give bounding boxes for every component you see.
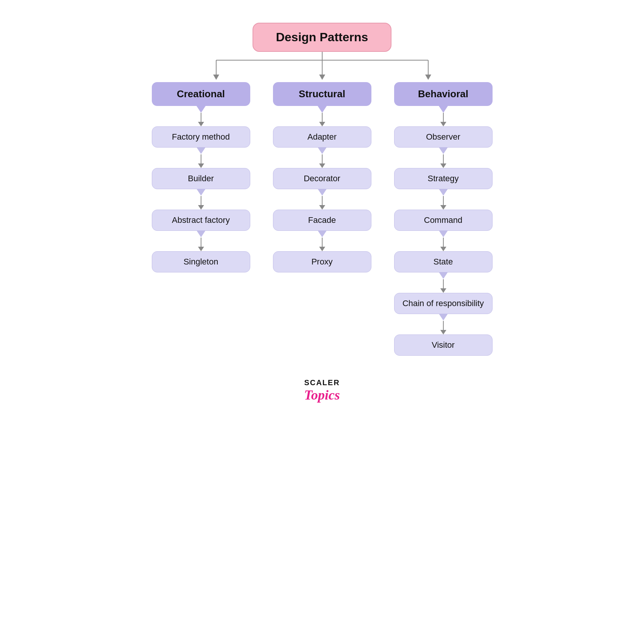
child-chain-of-responsibility: Chain of responsibility [394,293,493,314]
columns-container: Creational Factory method Builder [152,82,493,356]
child-decorator: Decorator [273,168,371,189]
connector [319,113,325,126]
connector [198,113,204,126]
child-factory-method: Factory method [152,126,250,148]
connector [319,238,325,251]
connector [440,196,446,210]
root-label: Design Patterns [276,30,368,44]
footer: SCALER Topics [304,378,340,403]
child-abstract-factory: Abstract factory [152,210,250,231]
child-observer: Observer [394,126,493,148]
child-singleton: Singleton [152,251,250,272]
child-command: Command [394,210,493,231]
category-creational: Creational [152,82,250,106]
root-node: Design Patterns [253,23,392,52]
category-structural: Structural [273,82,371,106]
branch-lines-svg [178,52,466,82]
connector [440,279,446,293]
connector [198,238,204,251]
connector [440,154,446,168]
child-proxy: Proxy [273,251,371,272]
child-strategy: Strategy [394,168,493,189]
connector [198,196,204,210]
connector [319,196,325,210]
connector [440,113,446,126]
column-behavioral: Behavioral Observer Strategy [394,82,493,356]
footer-topics-text: Topics [304,387,340,403]
svg-marker-5 [213,75,219,80]
child-visitor: Visitor [394,334,493,356]
child-state: State [394,251,493,272]
svg-marker-6 [319,75,325,80]
svg-marker-7 [425,75,431,80]
connector [440,238,446,251]
connector [319,154,325,168]
child-builder: Builder [152,168,250,189]
diagram-container: Design Patterns Creational [95,23,549,403]
category-behavioral: Behavioral [394,82,493,106]
child-adapter: Adapter [273,126,371,148]
connector [440,321,446,334]
column-structural: Structural Adapter Decorator [273,82,371,272]
footer-scaler-text: SCALER [304,378,340,387]
connector [198,154,204,168]
column-creational: Creational Factory method Builder [152,82,250,272]
child-facade: Facade [273,210,371,231]
